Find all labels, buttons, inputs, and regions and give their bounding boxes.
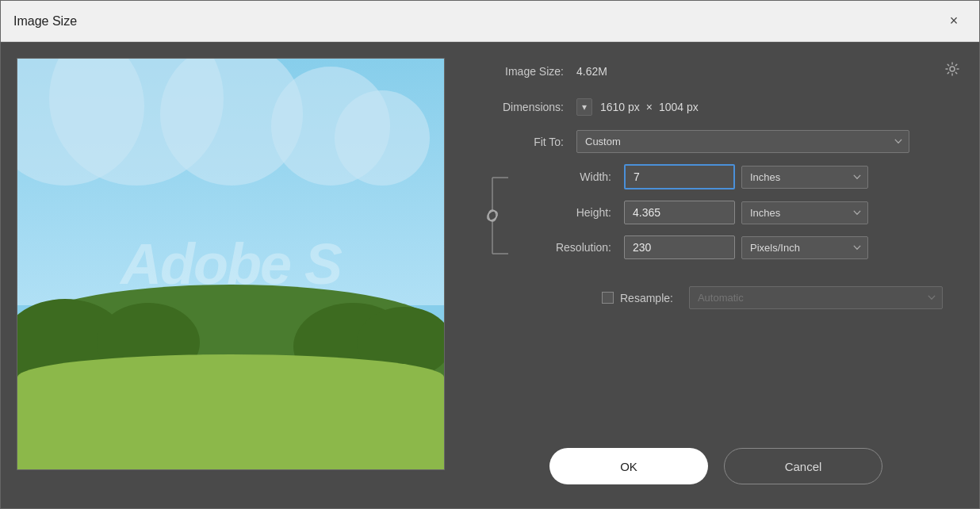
height-unit-select[interactable]: Inches Pixels Centimeters Millimeters Po… xyxy=(741,201,868,224)
fit-to-label: Fit To: xyxy=(469,136,564,148)
resample-select[interactable]: Automatic Preserve Details (enlargement)… xyxy=(689,286,943,309)
resample-row: Resample: Automatic Preserve Details (en… xyxy=(469,286,963,309)
dimensions-label: Dimensions: xyxy=(469,101,564,113)
fields-stack: Width: Inches Pixels Centimeters Millime… xyxy=(516,164,963,259)
dialog-body: Adobe S Image Size: 4.62M Dimensions: ▾ xyxy=(1,42,979,508)
resolution-unit-select[interactable]: Pixels/Inch Pixels/Centimeter xyxy=(741,236,868,259)
title-bar: Image Size × xyxy=(1,1,979,42)
fit-to-select[interactable]: Custom Original Size US Paper (8.5 x 11 … xyxy=(576,130,909,153)
svg-point-0 xyxy=(950,67,955,71)
dimensions-height: 1004 px xyxy=(659,101,699,113)
cloud-5 xyxy=(335,90,430,186)
preview-canvas: Adobe S xyxy=(17,59,444,469)
dimensions-dropdown-button[interactable]: ▾ xyxy=(576,98,592,116)
spacer xyxy=(469,309,963,432)
link-bracket-svg xyxy=(469,164,512,267)
image-size-label: Image Size: xyxy=(469,65,564,78)
resample-checkbox[interactable] xyxy=(602,292,614,304)
image-size-value: 4.62M xyxy=(576,65,607,78)
image-preview: Adobe S xyxy=(17,58,445,470)
resample-label: Resample: xyxy=(620,292,673,304)
fields-container: Width: Inches Pixels Centimeters Millime… xyxy=(469,164,963,270)
dimensions-row: Dimensions: ▾ 1610 px × 1004 px xyxy=(469,98,963,116)
resolution-label: Resolution: xyxy=(516,241,611,254)
right-panel: Image Size: 4.62M Dimensions: ▾ 1610 px … xyxy=(469,58,963,492)
height-input[interactable] xyxy=(624,201,735,224)
height-label: Height: xyxy=(516,206,611,219)
width-row: Width: Inches Pixels Centimeters Millime… xyxy=(516,164,963,189)
close-button[interactable]: × xyxy=(941,9,967,34)
resolution-input[interactable] xyxy=(624,235,735,259)
resolution-row: Resolution: Pixels/Inch Pixels/Centimete… xyxy=(516,235,963,259)
dialog-title: Image Size xyxy=(13,14,77,29)
watermark-text: Adobe S xyxy=(121,232,341,297)
cancel-button[interactable]: Cancel xyxy=(724,448,882,484)
ground-light-layer xyxy=(17,354,444,469)
width-unit-select[interactable]: Inches Pixels Centimeters Millimeters Po… xyxy=(741,166,868,189)
image-size-row: Image Size: 4.62M xyxy=(469,58,963,84)
dimensions-x: × xyxy=(646,101,653,113)
fit-to-row: Fit To: Custom Original Size US Paper (8… xyxy=(469,130,963,153)
width-label: Width: xyxy=(516,170,611,183)
link-bracket-area xyxy=(469,164,516,270)
dimensions-width: 1610 px xyxy=(600,101,640,113)
image-size-dialog: Image Size × xyxy=(0,0,980,509)
button-row: OK Cancel xyxy=(469,432,963,492)
resample-checkbox-area: Resample: xyxy=(602,292,681,304)
gear-icon xyxy=(944,61,960,77)
width-input[interactable] xyxy=(624,164,735,189)
gear-button[interactable] xyxy=(941,58,963,84)
height-row: Height: Inches Pixels Centimeters Millim… xyxy=(516,201,963,224)
ok-button[interactable]: OK xyxy=(549,448,708,484)
